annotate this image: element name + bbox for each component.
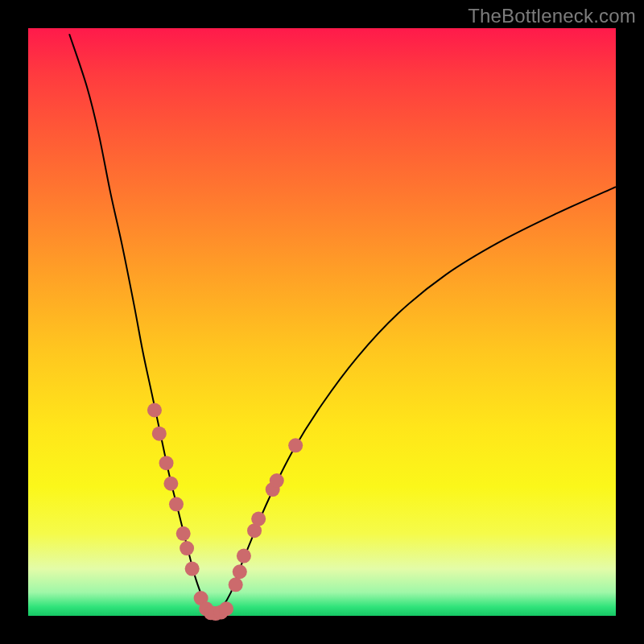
bottleneck-curve-right [213, 187, 616, 614]
highlight-dot [233, 564, 247, 579]
watermark-text: TheBottleneck.com [468, 5, 636, 27]
outer-frame: TheBottleneck.com [0, 0, 644, 644]
bottleneck-curve-left [69, 34, 213, 614]
highlight-dot [163, 477, 178, 491]
highlight-dot [251, 512, 266, 526]
highlight-dot [159, 456, 174, 470]
plot-area [28, 28, 616, 616]
highlight-dot [147, 403, 162, 418]
highlight-dot [152, 427, 167, 441]
highlight-dot [185, 562, 200, 576]
highlight-dot [270, 473, 284, 488]
highlight-dot [237, 549, 251, 564]
highlight-dot [180, 541, 194, 555]
highlight-dots [147, 403, 303, 621]
curve-svg [28, 28, 616, 616]
curve-paths [69, 34, 616, 614]
highlight-dot [219, 601, 233, 616]
highlight-dot [176, 526, 191, 541]
highlight-dot [229, 577, 243, 592]
highlight-dot [288, 438, 303, 452]
highlight-dot [169, 497, 184, 511]
